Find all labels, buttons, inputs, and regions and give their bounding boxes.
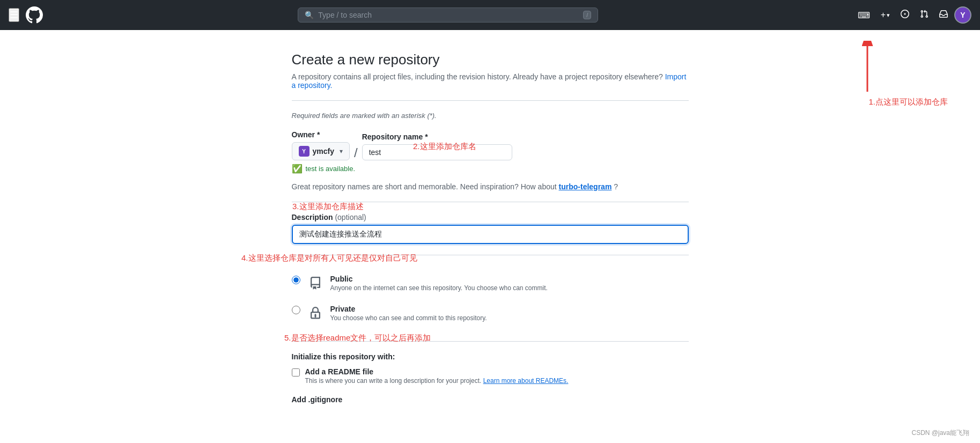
private-icon bbox=[307, 305, 324, 322]
public-content: Public Anyone on the internet can see th… bbox=[330, 275, 548, 292]
readme-desc: This is where you can write a long descr… bbox=[305, 377, 569, 385]
issues-button[interactable] bbox=[896, 6, 913, 24]
readme-content: Add a README file This is where you can … bbox=[305, 367, 569, 385]
description-group: Description (optional) bbox=[292, 213, 689, 244]
add-new-button[interactable]: + ▾ bbox=[876, 7, 894, 23]
public-title: Public bbox=[330, 275, 548, 283]
plus-icon: + bbox=[881, 10, 886, 20]
private-content: Private You choose who can see and commi… bbox=[330, 305, 487, 322]
inspiration-text: Great repository names are short and mem… bbox=[292, 182, 689, 191]
search-shortcut-badge: / bbox=[583, 11, 591, 19]
github-logo[interactable] bbox=[26, 6, 43, 24]
private-title: Private bbox=[330, 305, 487, 313]
suggestion-link[interactable]: turbo-telegram bbox=[559, 182, 612, 191]
readme-learn-more-link[interactable]: Learn more about READMEs. bbox=[483, 377, 569, 385]
header-search-area: 🔍 Type / to search / bbox=[43, 8, 853, 23]
user-avatar[interactable]: Y bbox=[954, 6, 971, 24]
main-header: ☰ 🔍 Type / to search / ⌨ + ▾ bbox=[0, 0, 980, 30]
divider-3 bbox=[292, 255, 689, 255]
divider-2 bbox=[292, 202, 689, 202]
check-icon: ✅ bbox=[292, 164, 303, 174]
divider-4 bbox=[292, 341, 689, 342]
readme-label: Add a README file bbox=[305, 367, 569, 376]
csdn-watermark: CSDN @java能飞翔 bbox=[911, 429, 969, 438]
repo-name-input[interactable] bbox=[362, 144, 512, 160]
public-option: Public Anyone on the internet can see th… bbox=[292, 268, 689, 298]
readme-checkbox[interactable] bbox=[292, 368, 300, 376]
circle-dot-icon bbox=[901, 10, 909, 21]
visibility-section: Public Anyone on the internet can see th… bbox=[292, 268, 689, 328]
divider-1 bbox=[292, 100, 689, 101]
private-desc: You choose who can see and commit to thi… bbox=[330, 314, 487, 322]
main-content: Create a new repository A repository con… bbox=[0, 30, 980, 443]
required-note: Required fields are marked with an aster… bbox=[292, 112, 689, 120]
terminal-icon: ⌨ bbox=[858, 10, 870, 20]
terminal-button[interactable]: ⌨ bbox=[853, 7, 874, 24]
slash-separator: / bbox=[354, 146, 358, 159]
gitignore-label: Add .gitignore bbox=[292, 395, 689, 404]
owner-label: Owner * bbox=[292, 130, 350, 139]
pull-requests-button[interactable] bbox=[916, 6, 933, 24]
create-repo-form: Create a new repository A repository con… bbox=[281, 51, 699, 404]
private-radio[interactable] bbox=[292, 306, 300, 314]
search-bar[interactable]: 🔍 Type / to search / bbox=[298, 8, 598, 23]
private-option: Private You choose who can see and commi… bbox=[292, 298, 689, 328]
repo-name-label: Repository name * bbox=[362, 132, 512, 141]
page-description: A repository contains all project files,… bbox=[292, 72, 689, 90]
optional-label: (optional) bbox=[335, 213, 366, 222]
header-left: ☰ bbox=[9, 6, 43, 24]
owner-group: Owner * Y ymcfy ▾ bbox=[292, 130, 350, 160]
inbox-button[interactable] bbox=[935, 6, 952, 24]
chevron-down-icon: ▾ bbox=[887, 12, 890, 19]
repo-name-group: Repository name * bbox=[362, 132, 512, 160]
availability-message: ✅ test is available. bbox=[292, 164, 689, 174]
public-icon bbox=[307, 275, 324, 292]
owner-name-text: ymcfy bbox=[313, 147, 334, 156]
public-desc: Anyone on the internet can see this repo… bbox=[330, 284, 548, 292]
search-placeholder-text: Type / to search bbox=[318, 11, 579, 19]
init-title: Initialize this repository with: bbox=[292, 352, 689, 361]
public-radio[interactable] bbox=[292, 276, 300, 284]
available-text: test is available. bbox=[306, 165, 356, 173]
search-icon: 🔍 bbox=[305, 11, 314, 19]
initialize-section: Initialize this repository with: Add a R… bbox=[292, 352, 689, 385]
header-right: ⌨ + ▾ bbox=[853, 6, 971, 24]
owner-select-button[interactable]: Y ymcfy ▾ bbox=[292, 142, 350, 160]
description-input[interactable] bbox=[292, 225, 689, 244]
hamburger-menu-button[interactable]: ☰ bbox=[9, 8, 19, 22]
readme-option: Add a README file This is where you can … bbox=[292, 367, 689, 385]
owner-chevron-icon: ▾ bbox=[340, 147, 343, 155]
pr-icon bbox=[920, 10, 929, 21]
owner-repo-row: Owner * Y ymcfy ▾ / Repository name * bbox=[292, 130, 689, 160]
description-label: Description (optional) bbox=[292, 213, 689, 222]
inbox-icon bbox=[939, 10, 948, 21]
owner-avatar-icon: Y bbox=[299, 146, 310, 157]
page-title: Create a new repository bbox=[292, 51, 689, 68]
